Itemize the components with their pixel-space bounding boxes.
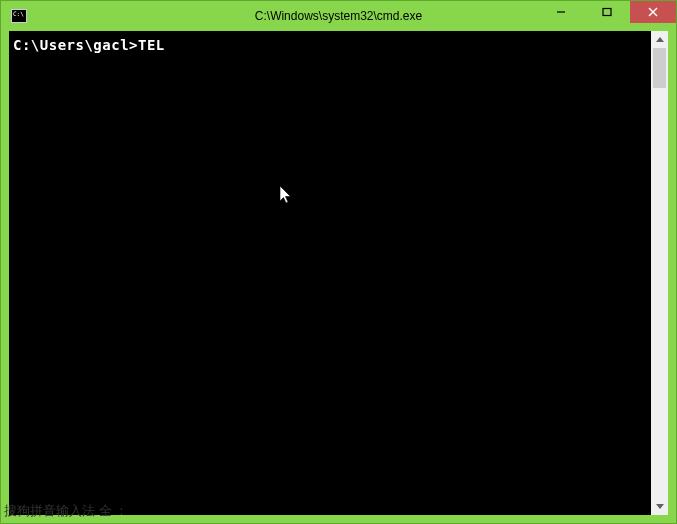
client-area: C:\Users\gacl>TEL bbox=[9, 31, 668, 515]
scroll-down-arrow[interactable] bbox=[651, 498, 668, 515]
close-button[interactable] bbox=[630, 1, 676, 23]
scroll-up-arrow[interactable] bbox=[651, 31, 668, 48]
scroll-thumb[interactable] bbox=[653, 48, 666, 88]
scroll-track[interactable] bbox=[651, 48, 668, 498]
vertical-scrollbar[interactable] bbox=[651, 31, 668, 515]
close-icon bbox=[648, 7, 658, 17]
minimize-icon bbox=[556, 7, 566, 17]
prompt: C:\Users\gacl> bbox=[13, 37, 138, 53]
svg-rect-1 bbox=[603, 9, 611, 16]
chevron-down-icon bbox=[656, 504, 664, 509]
cmd-icon bbox=[11, 9, 27, 23]
command-input: TEL bbox=[138, 37, 165, 53]
terminal[interactable]: C:\Users\gacl>TEL bbox=[9, 31, 651, 515]
minimize-button[interactable] bbox=[538, 1, 584, 23]
titlebar[interactable]: C:\Windows\system32\cmd.exe bbox=[1, 1, 676, 31]
window-controls bbox=[538, 1, 676, 23]
ime-status: 搜狗拼音输入法 全 ： bbox=[4, 502, 128, 520]
chevron-up-icon bbox=[656, 37, 664, 42]
cmd-window: C:\Windows\system32\cmd.exe C:\Users\gac bbox=[0, 0, 677, 524]
maximize-icon bbox=[602, 7, 612, 17]
maximize-button[interactable] bbox=[584, 1, 630, 23]
